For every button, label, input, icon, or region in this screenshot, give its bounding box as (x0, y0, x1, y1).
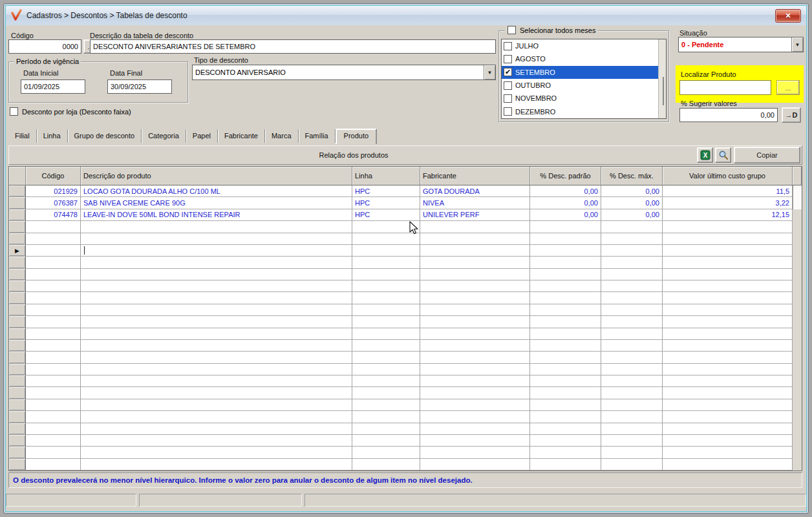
grid-cell[interactable] (530, 340, 601, 352)
row-indicator[interactable] (9, 399, 26, 411)
row-indicator[interactable] (9, 423, 26, 435)
grid-cell[interactable] (601, 257, 663, 268)
grid-cell[interactable] (420, 245, 530, 257)
grid-cell[interactable] (352, 375, 420, 387)
sugerir-valores-input[interactable] (679, 108, 778, 122)
tab-filial[interactable]: Filial (8, 129, 37, 143)
grid-cell[interactable] (352, 411, 420, 423)
grid-cell[interactable] (601, 411, 663, 423)
grid-cell[interactable] (352, 292, 420, 304)
grid-cell[interactable] (352, 316, 420, 328)
row-indicator[interactable] (9, 352, 26, 363)
grid-cell[interactable] (420, 280, 530, 292)
grid-cell[interactable] (352, 364, 420, 375)
grid-cell[interactable] (81, 304, 352, 316)
grid-cell[interactable] (352, 435, 420, 447)
grid-cell[interactable] (530, 423, 601, 435)
grid-cell[interactable] (420, 233, 530, 245)
grid-cell[interactable] (26, 387, 81, 399)
month-option-julho[interactable]: JULHO (502, 39, 658, 52)
grid-cell[interactable] (352, 233, 420, 245)
grid-cell[interactable] (530, 328, 601, 340)
grid-cell[interactable] (663, 316, 793, 328)
grid-cell[interactable] (663, 459, 793, 470)
row-indicator[interactable] (9, 292, 26, 304)
grid-cell[interactable]: UNILEVER PERF (420, 209, 530, 221)
grid-cell[interactable] (663, 257, 793, 268)
grid-cell[interactable] (601, 435, 663, 447)
grid-cell[interactable] (352, 269, 420, 280)
grid-cell[interactable] (601, 269, 663, 280)
grid-cell[interactable] (26, 352, 81, 363)
grid-cell[interactable]: NIVEA (420, 197, 530, 209)
grid-cell[interactable] (26, 316, 81, 328)
grid-cell[interactable] (601, 245, 663, 257)
grid-cell[interactable] (420, 435, 530, 447)
grid-cell[interactable] (420, 340, 530, 352)
grid-cell[interactable] (601, 280, 663, 292)
grid-cell[interactable]: 0,00 (530, 185, 601, 197)
codigo-input[interactable] (8, 39, 81, 54)
row-indicator[interactable] (9, 364, 26, 375)
grid-cell[interactable] (420, 257, 530, 268)
row-indicator[interactable] (9, 447, 26, 458)
grid-cell[interactable] (663, 387, 793, 399)
grid-cell[interactable] (530, 364, 601, 375)
grid-cell[interactable]: 0,00 (601, 197, 663, 209)
row-indicator[interactable]: ▶ (9, 245, 26, 257)
grid-cell[interactable] (663, 221, 793, 233)
grid-cell[interactable] (81, 352, 352, 363)
grid-cell[interactable] (663, 328, 793, 340)
grid-cell[interactable] (601, 364, 663, 375)
grid-cell[interactable] (530, 435, 601, 447)
grid-cell[interactable] (26, 399, 81, 411)
close-button[interactable]: ✕ (775, 9, 801, 23)
grid-cell[interactable] (81, 292, 352, 304)
grid-cell[interactable]: 0,00 (530, 209, 601, 221)
grid-cell[interactable] (530, 447, 601, 458)
grid-cell[interactable] (352, 399, 420, 411)
grid-cell[interactable] (352, 340, 420, 352)
grid-cell[interactable] (352, 221, 420, 233)
grid-cell[interactable] (530, 459, 601, 470)
grid-cell[interactable] (663, 447, 793, 458)
grid-cell[interactable] (530, 245, 601, 257)
months-scrollbar[interactable] (658, 39, 666, 118)
grid-cell[interactable] (420, 269, 530, 280)
grid-cell[interactable] (352, 245, 420, 257)
row-indicator[interactable] (9, 304, 26, 316)
row-indicator[interactable] (9, 316, 26, 328)
grid-cell[interactable] (26, 221, 81, 233)
tab-fabricante[interactable]: Fabricante (218, 129, 265, 143)
grid-cell[interactable] (601, 459, 663, 470)
grid-cell[interactable] (663, 375, 793, 387)
selecionar-todos-meses-checkbox[interactable]: Selecionar todos meses (505, 26, 598, 34)
chevron-down-icon[interactable]: ▼ (791, 37, 803, 52)
grid-cell[interactable] (352, 387, 420, 399)
grid-cell[interactable] (530, 257, 601, 268)
row-indicator[interactable] (9, 328, 26, 340)
grid-cell[interactable] (352, 304, 420, 316)
data-final-input[interactable] (107, 79, 172, 94)
grid-cell[interactable] (530, 233, 601, 245)
grid-cell[interactable] (530, 387, 601, 399)
grid-cell[interactable] (420, 411, 530, 423)
grid-cell[interactable] (601, 221, 663, 233)
grid-cell[interactable]: 076387 (26, 197, 81, 209)
grid-cell[interactable] (81, 316, 352, 328)
grid-cell[interactable] (81, 423, 352, 435)
grid-cell[interactable] (663, 340, 793, 352)
tab-família[interactable]: Família (299, 129, 336, 143)
grid-cell[interactable] (601, 447, 663, 458)
grid-cell[interactable] (26, 292, 81, 304)
grid-cell[interactable] (81, 447, 352, 458)
grid-cell[interactable] (420, 352, 530, 363)
grid-cell[interactable] (663, 245, 793, 257)
grid-cell[interactable] (601, 340, 663, 352)
grid-cell[interactable] (420, 459, 530, 470)
grid-cell[interactable] (26, 233, 81, 245)
grid-cell[interactable]: 0,00 (530, 197, 601, 209)
grid-cell[interactable] (352, 257, 420, 268)
grid-cell[interactable]: HPC (352, 185, 420, 197)
grid-cell[interactable] (81, 257, 352, 268)
